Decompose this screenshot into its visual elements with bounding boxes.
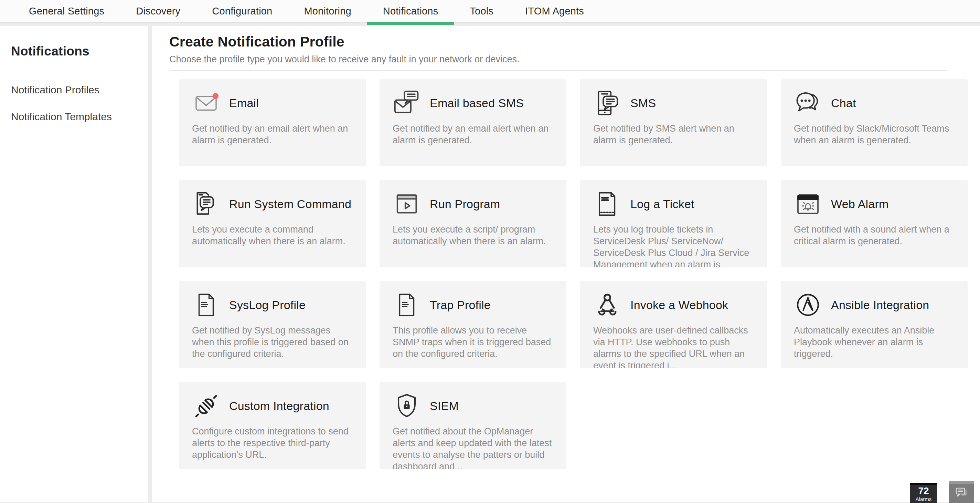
card-header: Run System Command [192, 190, 353, 218]
card-web-alarm[interactable]: Web AlarmGet notified with a sound alert… [781, 180, 967, 267]
card-title: Log a Ticket [630, 197, 694, 211]
card-description: Lets you execute a command automatically… [192, 224, 353, 247]
card-log-a-ticket[interactable]: Log a TicketLets you log trouble tickets… [580, 180, 767, 267]
card-description: Get notified about the OpManager alerts … [393, 425, 553, 469]
nav-tab-itom-agents[interactable]: ITOM Agents [509, 0, 600, 22]
card-title: Ansible Integration [831, 299, 929, 312]
card-title: Email based SMS [430, 96, 524, 110]
card-title: Trap Profile [430, 299, 491, 312]
webhook-icon [593, 291, 622, 319]
profile-card-grid: EmailGet notified by an email alert when… [179, 79, 967, 469]
card-description: Get notified by an email alert when an a… [192, 123, 353, 146]
sms-icon [593, 89, 622, 117]
card-description: Get notified by Slack/Microsoft Teams wh… [794, 123, 955, 146]
nav-tab-monitoring[interactable]: Monitoring [288, 0, 367, 22]
card-description: Get notified with a sound alert when a c… [794, 224, 955, 247]
trap-document-icon [393, 291, 421, 319]
card-description: Configure custom integrations to send al… [192, 425, 353, 461]
nav-tab-notifications[interactable]: Notifications [367, 0, 454, 22]
card-custom-integration[interactable]: Custom IntegrationConfigure custom integ… [179, 382, 366, 469]
page-layout: Notifications Notification ProfilesNotif… [0, 23, 980, 502]
alarm-count: 72 [918, 485, 929, 497]
card-description: Webhooks are user-defined callbacks via … [593, 324, 754, 368]
sidebar-item-notification-templates[interactable]: Notification Templates [11, 111, 140, 123]
card-header: Run Program [393, 190, 553, 218]
card-header: SysLog Profile [192, 291, 353, 319]
nav-tab-general-settings[interactable]: General Settings [13, 0, 120, 22]
card-siem[interactable]: SIEMGet notified about the OpManager ale… [380, 382, 566, 469]
shield-lock-icon [393, 392, 421, 420]
card-description: Get notified by an email alert when an a… [393, 123, 553, 146]
nav-tab-discovery[interactable]: Discovery [120, 0, 196, 22]
card-header: Trap Profile [393, 291, 553, 319]
ticket-icon [593, 190, 622, 218]
sidebar-title: Notifications [11, 44, 140, 59]
card-invoke-a-webhook[interactable]: Invoke a WebhookWebhooks are user-define… [580, 281, 767, 368]
sidebar-links: Notification ProfilesNotification Templa… [11, 84, 140, 123]
page-subtitle: Choose the profile type you would like t… [169, 54, 967, 65]
chat-messages-icon [954, 487, 969, 501]
chat-bubbles-icon [794, 89, 822, 117]
card-header: SMS [593, 89, 754, 117]
syslog-document-icon [192, 291, 220, 319]
card-sms[interactable]: SMSGet notified by SMS alert when an ala… [580, 79, 767, 166]
card-title: Email [229, 96, 259, 110]
header-divider [169, 70, 947, 71]
card-header: Invoke a Webhook [593, 291, 754, 319]
top-navigation: General SettingsDiscoveryConfigurationMo… [0, 0, 980, 23]
card-header: Log a Ticket [593, 190, 754, 218]
nav-tab-configuration[interactable]: Configuration [196, 0, 288, 22]
card-email[interactable]: EmailGet notified by an email alert when… [179, 79, 366, 166]
card-syslog-profile[interactable]: SysLog ProfileGet notified by SysLog mes… [179, 281, 366, 368]
page-title: Create Notification Profile [169, 34, 967, 50]
card-title: Run Program [430, 197, 500, 211]
web-alarm-icon [794, 190, 822, 218]
email-sms-icon [393, 89, 421, 117]
card-header: Ansible Integration [794, 291, 955, 319]
sidebar: Notifications Notification ProfilesNotif… [0, 26, 148, 502]
card-email-based-sms[interactable]: Email based SMSGet notified by an email … [380, 79, 566, 166]
card-title: Invoke a Webhook [630, 299, 728, 312]
card-title: SIEM [430, 399, 459, 413]
card-title: Chat [831, 96, 856, 110]
system-command-icon [192, 190, 220, 218]
card-description: Lets you log trouble tickets in ServiceD… [593, 224, 754, 267]
alarm-count-label: Alarms [916, 497, 932, 502]
card-description: Get notified by SMS alert when an alarm … [593, 123, 754, 146]
card-header: SIEM [393, 392, 553, 420]
card-header: Email [192, 89, 353, 117]
card-header: Web Alarm [794, 190, 955, 218]
card-title: Run System Command [229, 197, 351, 211]
chat-support-widget[interactable] [949, 481, 974, 503]
card-run-program[interactable]: Run ProgramLets you execute a script/ pr… [380, 180, 566, 267]
ansible-icon [794, 291, 822, 319]
email-icon [192, 89, 220, 117]
main-content: Create Notification Profile Choose the p… [152, 26, 980, 502]
plug-connector-icon [192, 392, 220, 420]
card-ansible-integration[interactable]: Ansible IntegrationAutomatically execute… [781, 281, 967, 368]
alarms-counter-widget[interactable]: 72 Alarms [910, 483, 937, 503]
card-trap-profile[interactable]: Trap ProfileThis profile allows you to r… [380, 281, 566, 368]
sidebar-item-notification-profiles[interactable]: Notification Profiles [11, 84, 140, 96]
card-description: Lets you execute a script/ program autom… [393, 224, 553, 247]
card-header: Email based SMS [393, 89, 553, 117]
card-header: Custom Integration [192, 392, 353, 420]
card-description: Automatically executes an Ansible Playbo… [794, 324, 955, 360]
card-description: Get notified by SysLog messages when thi… [192, 324, 353, 360]
run-program-icon [393, 190, 421, 218]
nav-tab-tools[interactable]: Tools [454, 0, 509, 22]
card-run-system-command[interactable]: Run System CommandLets you execute a com… [179, 180, 366, 267]
card-description: This profile allows you to receive SNMP … [393, 324, 553, 360]
card-chat[interactable]: ChatGet notified by Slack/Microsoft Team… [781, 79, 967, 166]
card-header: Chat [794, 89, 955, 117]
card-title: SysLog Profile [229, 299, 305, 312]
card-title: SMS [630, 96, 656, 110]
card-title: Web Alarm [831, 197, 888, 211]
card-title: Custom Integration [229, 399, 329, 413]
